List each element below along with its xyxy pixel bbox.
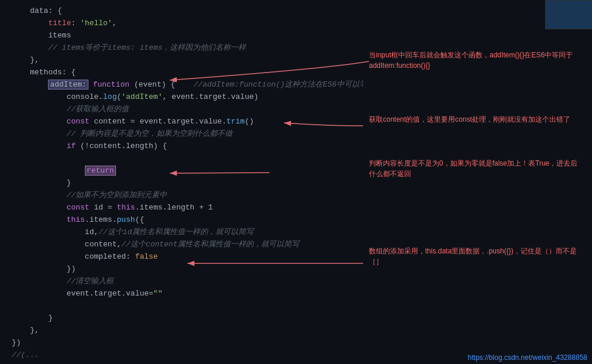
code-line-19: id,//这个id属性名和属性值一样的，就可以简写 xyxy=(12,226,363,238)
code-line-7: addItem: function (event) { //addItem:fu… xyxy=(12,78,363,91)
code-line-13 xyxy=(12,152,363,164)
code-line-14: return xyxy=(12,164,363,177)
code-line-16: //如果不为空则添加到元素中 xyxy=(12,189,363,201)
code-line-6: methods: { xyxy=(12,66,363,78)
code-line-5: }, xyxy=(12,54,363,66)
code-line-8: console.log('addItem', event.target.valu… xyxy=(12,91,363,103)
code-line-1: data: { xyxy=(12,5,363,17)
code-line-10: const content = event.target.value.trim(… xyxy=(12,115,363,128)
code-line-12: if (!content.length) { xyxy=(12,140,363,152)
code-line-11: // 判断内容是不是为空，如果为空则什么都不做 xyxy=(12,128,363,140)
code-line-18: this.items.push({ xyxy=(12,214,363,226)
code-line-15: } xyxy=(12,177,363,189)
thumbnail xyxy=(545,0,592,29)
code-line-9: //获取输入框的值 xyxy=(12,103,363,115)
code-line-20: content,//这个content属性名和属性值一样的，就可以简写 xyxy=(12,238,363,250)
code-line-4: // items等价于items: items，这样因为他们名称一样 xyxy=(12,42,363,54)
code-line-21: completed: false xyxy=(12,250,363,263)
annotation-2: 获取content的值，这里要用const处理，刚刚就没有加这个出错了 xyxy=(369,114,570,125)
code-line-25 xyxy=(12,300,363,312)
annotation-area: 当input框中回车后就会触发这个函数，addItem(){}在ES6中等同于a… xyxy=(363,0,592,364)
annotation-3: 判断内容长度是不是为0，如果为零就是false加上！表True，进去后什么都不返… xyxy=(369,158,580,179)
code-editor: data: { title: 'hello', items // items等价… xyxy=(0,0,363,364)
annotation-1: 当input框中回车后就会触发这个函数，addItem(){}在ES6中等同于a… xyxy=(369,50,586,71)
code-line-26: } xyxy=(12,312,363,324)
code-line-27: }, xyxy=(12,324,363,336)
code-line-22: }) xyxy=(12,263,363,275)
code-line-29: //(... xyxy=(12,349,363,361)
code-line-17: const id = this.items.length + 1 xyxy=(12,201,363,214)
code-line-23: //清空输入框 xyxy=(12,275,363,287)
annotation-4: 数组的添加采用，this.data里面数据，.push({})，记住是（）而不是… xyxy=(369,246,580,267)
code-line-3: items xyxy=(12,29,363,42)
code-line-28: }) xyxy=(12,336,363,349)
url-bar: https://blog.csdn.net/weixin_43288858 xyxy=(463,351,592,364)
code-line-2: title: 'hello', xyxy=(12,17,363,29)
code-line-24: event.target.value="" xyxy=(12,287,363,300)
